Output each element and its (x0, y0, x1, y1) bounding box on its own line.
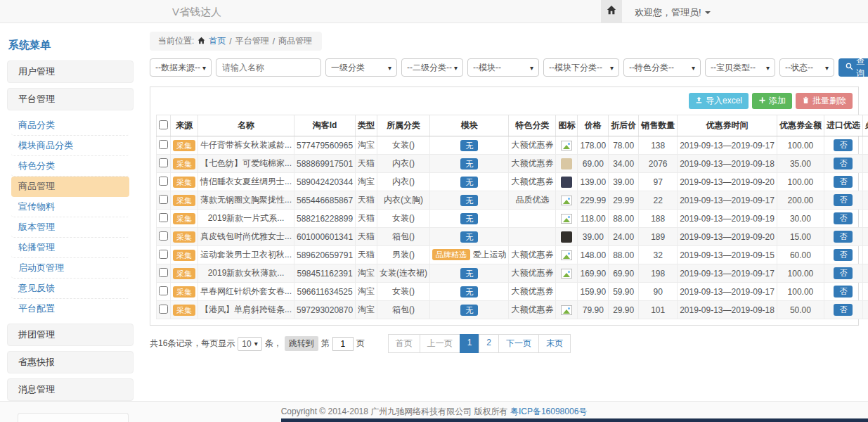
module-cell: 无 (430, 136, 509, 155)
icon-cell (556, 246, 578, 264)
import-excel-button[interactable]: 导入excel (689, 93, 749, 109)
product-thumbnail (561, 158, 572, 170)
module-badge: 无 (460, 268, 478, 279)
row-checkbox[interactable] (159, 177, 168, 186)
column-header: 来源 (171, 115, 198, 136)
category: 女装() (377, 210, 430, 228)
platform-type: 天猫 (356, 210, 377, 228)
filter-select[interactable]: 一级分类▾ (325, 58, 397, 77)
import-select-toggle[interactable]: 否 (834, 231, 853, 243)
import-select-toggle[interactable]: 否 (834, 286, 853, 298)
table-row: 采集牛仔背带裤女秋装减龄...577479560965淘宝女装()无大额优惠券1… (157, 136, 868, 155)
batch-delete-button[interactable]: 批量删除 (796, 93, 853, 109)
user-menu[interactable]: 欢迎您，管理员! (635, 6, 711, 19)
sidebar-group[interactable]: 平台管理 (7, 88, 134, 110)
row-checkbox-cell (157, 191, 171, 210)
filter-select[interactable]: --数据来源--▾ (150, 58, 212, 77)
sidebar-item[interactable]: 版本管理 (11, 217, 129, 238)
sidebar-submenu: 商品分类模块商品分类特色分类商品管理宣传物料版本管理轮播管理启动页管理意见反馈平… (7, 115, 134, 319)
sidebar-group[interactable]: 消息管理 (7, 378, 134, 401)
import-select-toggle[interactable]: 否 (834, 267, 853, 279)
pagination-row: 共16条记录，每页显示 10 ▾ 条， 跳转到 第 页 首页上一页12下一页末页 (150, 334, 859, 353)
import-select-toggle[interactable]: 否 (834, 158, 853, 170)
search-input[interactable] (216, 58, 321, 77)
filter-bar: --数据来源--▾一级分类▾--二级分类--▾--模块--▾--模块下分类--▾… (150, 58, 834, 77)
module-cell: 无 (430, 264, 509, 283)
import-select-toggle[interactable]: 否 (834, 212, 853, 224)
sidebar-group[interactable]: 用户管理 (7, 60, 134, 83)
price: 229.99 (578, 191, 609, 210)
breadcrumb-home-link[interactable]: 首页 (209, 35, 226, 47)
row-checkbox[interactable] (159, 268, 168, 277)
sidebar-item[interactable]: 轮播管理 (11, 238, 129, 258)
sidebar-item[interactable]: 特色分类 (11, 156, 129, 177)
page-button[interactable]: 首页 (388, 334, 420, 353)
sidebar-item[interactable]: 平台配置 (11, 299, 129, 319)
column-header: 折后价 (609, 115, 639, 136)
import-select-cell: 否 (824, 264, 862, 283)
jump-button[interactable]: 跳转到 (285, 336, 318, 351)
import-select-toggle[interactable]: 否 (834, 249, 853, 261)
taoke-id: 596611634525 (294, 283, 356, 301)
module-cell: 无 (430, 228, 509, 246)
page-button[interactable]: 下一页 (498, 334, 539, 353)
sidebar-group[interactable]: 拼团管理 (7, 324, 134, 346)
source-badge: 采集 (173, 158, 195, 170)
filter-select[interactable]: --模块下分类--▾ (543, 58, 619, 77)
filter-select[interactable]: --状态--▾ (779, 58, 834, 77)
row-checkbox[interactable] (159, 231, 168, 241)
coupon-time: 2019-09-13—2019-09-17 (678, 136, 777, 155)
page-number-input[interactable] (332, 337, 354, 351)
sidebar-item[interactable]: 启动页管理 (11, 258, 129, 279)
row-checkbox[interactable] (159, 250, 168, 259)
sidebar-menu: 用户管理平台管理商品分类模块商品分类特色分类商品管理宣传物料版本管理轮播管理启动… (7, 60, 134, 422)
filter-select[interactable]: --宝贝类型--▾ (705, 58, 775, 77)
filter-select[interactable]: --二级分类--▾ (401, 58, 463, 77)
search-button[interactable]: 查询 (838, 58, 868, 77)
discount-price: 69.90 (609, 264, 639, 283)
source-badge: 采集 (173, 195, 195, 206)
filter-select[interactable]: --模块--▾ (467, 58, 539, 77)
row-checkbox[interactable] (159, 140, 168, 149)
discount-price: 34.00 (609, 155, 639, 173)
page-button[interactable]: 末页 (538, 334, 571, 353)
sidebar-group[interactable]: 省惠快报 (7, 351, 134, 373)
sidebar-item[interactable]: 意见反馈 (11, 279, 129, 299)
must-buy-cell: 否 (862, 191, 868, 210)
breadcrumb-item: 商品管理 (278, 35, 312, 47)
page-button[interactable]: 2 (479, 334, 499, 353)
import-select-toggle[interactable]: 否 (834, 176, 853, 188)
import-select-toggle[interactable]: 否 (834, 304, 853, 316)
icp-link[interactable]: 粤ICP备16098006号 (510, 406, 587, 418)
filter-select-value: --特色分类-- (629, 62, 674, 74)
module-badge: 无 (460, 140, 478, 151)
platform-type: 天猫 (356, 246, 377, 264)
source-badge: 采集 (173, 268, 195, 279)
select-all-checkbox[interactable] (159, 120, 168, 129)
import-select-toggle[interactable]: 否 (834, 139, 853, 151)
row-checkbox[interactable] (159, 158, 168, 167)
sidebar-item[interactable]: 模块商品分类 (11, 136, 129, 156)
filter-select[interactable]: --特色分类--▾ (623, 58, 701, 77)
row-checkbox[interactable] (159, 286, 168, 295)
page-button[interactable]: 上一页 (420, 334, 460, 353)
upload-icon (695, 96, 703, 106)
row-checkbox-cell (157, 210, 171, 228)
per-page-select[interactable]: 10 ▾ (238, 337, 261, 351)
sales-count: 138 (639, 136, 678, 155)
sidebar-item[interactable]: 宣传物料 (11, 197, 129, 217)
row-checkbox[interactable] (159, 195, 168, 204)
price: 139.00 (578, 173, 609, 191)
sidebar-item[interactable]: 商品管理 (11, 177, 129, 197)
coupon-amount: 100.00 (777, 283, 824, 301)
sidebar-item[interactable]: 商品分类 (11, 115, 129, 136)
row-checkbox[interactable] (159, 305, 168, 314)
import-select-toggle[interactable]: 否 (834, 194, 853, 206)
source-cell: 采集 (171, 155, 198, 173)
add-button-label: 添加 (769, 95, 786, 107)
page-button[interactable]: 1 (460, 334, 480, 353)
row-checkbox[interactable] (159, 213, 168, 222)
feature-category: 大额优惠券 (509, 173, 556, 191)
home-button[interactable] (601, 0, 622, 23)
add-button[interactable]: 添加 (752, 93, 792, 109)
